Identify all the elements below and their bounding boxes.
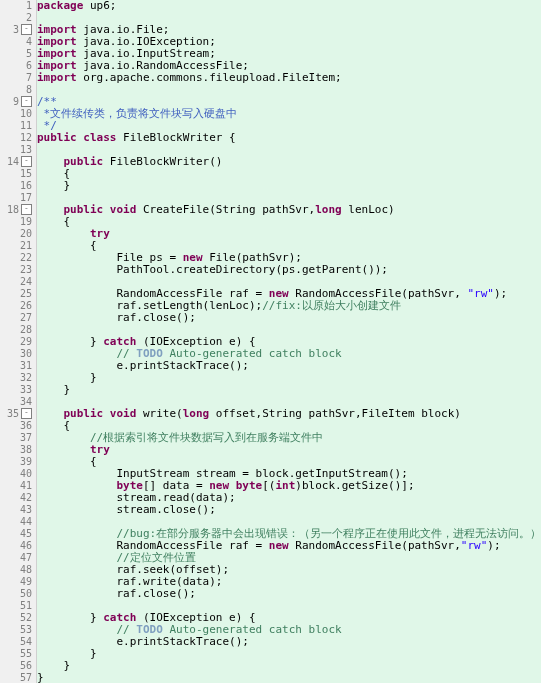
line-number: 36 — [0, 420, 32, 432]
line-number: 8 — [0, 84, 32, 96]
line-number: 22 — [0, 252, 32, 264]
code-line[interactable]: *文件续传类，负责将文件块写入硬盘中 — [37, 108, 541, 120]
line-number: 24 — [0, 276, 32, 288]
code-line[interactable]: { — [37, 168, 541, 180]
code-line[interactable]: } — [37, 372, 541, 384]
line-number: 2 — [0, 12, 32, 24]
line-number: 40 — [0, 468, 32, 480]
line-number: 19 — [0, 216, 32, 228]
line-number: 35- — [0, 408, 32, 420]
code-line[interactable]: public class FileBlockWriter { — [37, 132, 541, 144]
line-number: 50 — [0, 588, 32, 600]
line-number: 23 — [0, 264, 32, 276]
code-line[interactable]: raf.close(); — [37, 312, 541, 324]
code-line[interactable]: import org.apache.commons.fileupload.Fil… — [37, 72, 541, 84]
code-line[interactable]: try — [37, 228, 541, 240]
line-number: 15 — [0, 168, 32, 180]
line-number: 7 — [0, 72, 32, 84]
code-editor[interactable]: package up6;import java.io.File;import j… — [37, 0, 541, 683]
line-number: 42 — [0, 492, 32, 504]
code-line[interactable]: public FileBlockWriter() — [37, 156, 541, 168]
line-number: 54 — [0, 636, 32, 648]
line-number: 47 — [0, 552, 32, 564]
line-number: 6 — [0, 60, 32, 72]
line-number: 28 — [0, 324, 32, 336]
code-line[interactable]: raf.close(); — [37, 588, 541, 600]
line-number: 46 — [0, 540, 32, 552]
line-number: 21 — [0, 240, 32, 252]
line-number-gutter: 123-456789-1011121314-15161718-192021222… — [0, 0, 37, 683]
line-number: 14- — [0, 156, 32, 168]
fold-icon[interactable]: - — [21, 156, 32, 167]
line-number: 39 — [0, 456, 32, 468]
code-line[interactable]: package up6; — [37, 0, 541, 12]
fold-icon[interactable]: - — [21, 96, 32, 107]
line-number: 52 — [0, 612, 32, 624]
code-line[interactable]: public void write(long offset,String pat… — [37, 408, 541, 420]
line-number: 5 — [0, 48, 32, 60]
code-line[interactable]: //根据索引将文件块数据写入到在服务端文件中 — [37, 432, 541, 444]
code-line[interactable] — [37, 84, 541, 96]
fold-icon[interactable]: - — [21, 24, 32, 35]
line-number: 29 — [0, 336, 32, 348]
line-number: 49 — [0, 576, 32, 588]
line-number: 3- — [0, 24, 32, 36]
line-number: 38 — [0, 444, 32, 456]
code-line[interactable]: public void CreateFile(String pathSvr,lo… — [37, 204, 541, 216]
code-line[interactable]: try — [37, 444, 541, 456]
line-number: 27 — [0, 312, 32, 324]
line-number: 45 — [0, 528, 32, 540]
code-line[interactable]: PathTool.createDirectory(ps.getParent())… — [37, 264, 541, 276]
fold-icon[interactable]: - — [21, 408, 32, 419]
line-number: 11 — [0, 120, 32, 132]
line-number: 43 — [0, 504, 32, 516]
line-number: 10 — [0, 108, 32, 120]
line-number: 32 — [0, 372, 32, 384]
line-number: 33 — [0, 384, 32, 396]
line-number: 44 — [0, 516, 32, 528]
code-line[interactable]: } — [37, 384, 541, 396]
line-number: 4 — [0, 36, 32, 48]
code-line[interactable]: stream.close(); — [37, 504, 541, 516]
line-number: 41 — [0, 480, 32, 492]
line-number: 25 — [0, 288, 32, 300]
code-line[interactable]: e.printStackTrace(); — [37, 636, 541, 648]
line-number: 13 — [0, 144, 32, 156]
line-number: 1 — [0, 0, 32, 12]
line-number: 37 — [0, 432, 32, 444]
line-number: 20 — [0, 228, 32, 240]
line-number: 55 — [0, 648, 32, 660]
code-line[interactable]: } — [37, 180, 541, 192]
code-line[interactable]: } — [37, 660, 541, 672]
fold-icon[interactable]: - — [21, 204, 32, 215]
line-number: 26 — [0, 300, 32, 312]
line-number: 31 — [0, 360, 32, 372]
line-number: 51 — [0, 600, 32, 612]
line-number: 56 — [0, 660, 32, 672]
code-line[interactable]: } — [37, 648, 541, 660]
code-line[interactable]: { — [37, 216, 541, 228]
line-number: 48 — [0, 564, 32, 576]
line-number: 17 — [0, 192, 32, 204]
line-number: 18- — [0, 204, 32, 216]
code-line[interactable]: e.printStackTrace(); — [37, 360, 541, 372]
line-number: 34 — [0, 396, 32, 408]
line-number: 16 — [0, 180, 32, 192]
line-number: 9- — [0, 96, 32, 108]
line-number: 30 — [0, 348, 32, 360]
line-number: 57 — [0, 672, 32, 683]
code-line[interactable]: } — [37, 672, 541, 683]
line-number: 12 — [0, 132, 32, 144]
line-number: 53 — [0, 624, 32, 636]
